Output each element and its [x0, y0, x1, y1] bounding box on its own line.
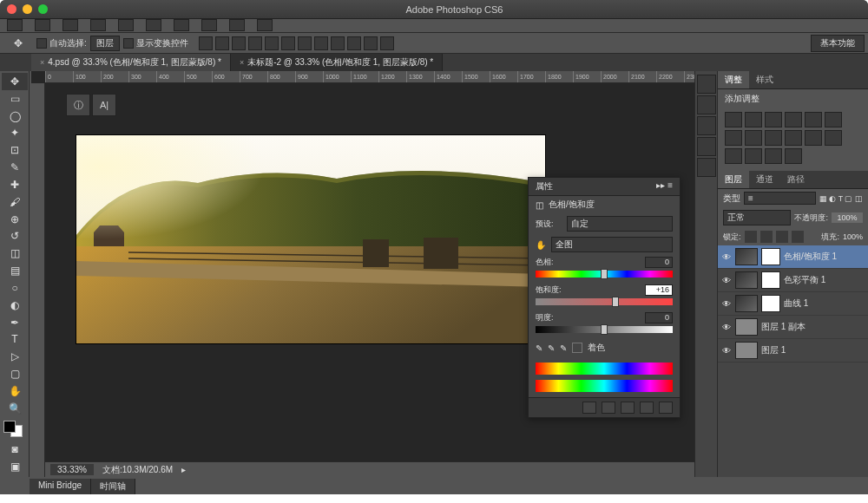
fill-value[interactable]: 100% [843, 232, 863, 241]
auto-select-checkbox[interactable]: 自动选择: [36, 37, 87, 49]
invert-icon[interactable] [825, 130, 842, 146]
lock-icon[interactable] [745, 231, 757, 243]
clip-icon[interactable] [582, 402, 596, 414]
paths-tab[interactable]: 路径 [780, 171, 812, 188]
align-icon[interactable] [265, 36, 279, 50]
type-tool[interactable]: T [2, 330, 28, 348]
quick-mask-tool[interactable]: ◙ [2, 441, 28, 458]
lightness-slider[interactable]: 明度:0 [529, 310, 680, 338]
balance-icon[interactable] [725, 130, 742, 146]
menu-item[interactable] [118, 19, 134, 31]
reset-icon[interactable] [621, 402, 635, 414]
show-transform-checkbox[interactable]: 显示变换控件 [123, 37, 188, 49]
status-arrow-icon[interactable]: ▸ [181, 465, 186, 474]
gradient-map-icon[interactable] [765, 148, 782, 164]
workspace-dropdown[interactable]: 基本功能 [811, 35, 865, 52]
close-window-button[interactable] [7, 4, 16, 14]
history-brush-tool[interactable]: ↺ [2, 227, 28, 245]
lock-icon[interactable] [792, 231, 804, 243]
preset-dropdown[interactable]: 自定 [567, 216, 673, 232]
menu-item[interactable] [174, 19, 189, 31]
kind-dropdown[interactable]: ≡ [744, 192, 816, 205]
stamp-tool[interactable]: ⊕ [2, 211, 28, 228]
lasso-tool[interactable]: ◯ [2, 108, 28, 125]
eyedropper-tool[interactable]: ✎ [2, 159, 28, 176]
menu-item[interactable] [146, 19, 161, 31]
document-tab[interactable]: × 未标题-2 @ 33.3% (色相/饱和度 1, 图层蒙版/8) * [231, 54, 443, 71]
colorize-checkbox[interactable] [572, 343, 582, 353]
blur-tool[interactable]: ○ [2, 279, 28, 297]
document-tab[interactable]: × 4.psd @ 33.3% (色相/饱和度 1, 图层蒙版/8) * [31, 54, 231, 71]
visibility-icon[interactable]: 👁 [721, 276, 732, 285]
dock-icon[interactable] [697, 95, 716, 114]
gradient-tool[interactable]: ▤ [2, 262, 28, 279]
heal-tool[interactable]: ✚ [2, 176, 28, 193]
lock-icon[interactable] [776, 231, 788, 243]
vibrance-icon[interactable] [805, 112, 822, 127]
color-swatch[interactable] [3, 421, 23, 438]
move-tool[interactable]: ✥ [2, 73, 28, 90]
panel-menu-icon[interactable]: ▸▸ ≡ [656, 180, 673, 193]
layers-tab[interactable]: 图层 [718, 171, 749, 188]
dock-icon[interactable] [697, 158, 716, 177]
align-icon[interactable] [314, 36, 328, 50]
align-icon[interactable] [380, 36, 394, 50]
lock-icon[interactable] [760, 231, 773, 243]
visibility-icon[interactable]: 👁 [721, 346, 732, 356]
shape-tool[interactable]: ▢ [2, 365, 28, 382]
align-icon[interactable] [199, 36, 213, 50]
bw-icon[interactable] [745, 130, 762, 146]
eyedropper-icon[interactable]: ✎ [536, 343, 542, 353]
adjustments-tab[interactable]: 调整 [718, 71, 749, 88]
zoom-tool[interactable]: 🔍 [2, 400, 28, 417]
align-icon[interactable] [248, 36, 262, 50]
layer-row[interactable]: 👁图层 1 [718, 339, 868, 363]
screen-mode-tool[interactable]: ▣ [2, 458, 28, 475]
layer-row[interactable]: 👁色彩平衡 1 [718, 269, 868, 292]
visibility-icon[interactable]: 👁 [721, 323, 732, 332]
levels-icon[interactable] [745, 112, 762, 127]
align-icon[interactable] [215, 36, 229, 50]
mixer-icon[interactable] [785, 130, 802, 146]
dock-icon[interactable] [697, 137, 716, 156]
visibility-icon[interactable] [640, 402, 654, 414]
eyedropper-plus-icon[interactable]: ✎ [548, 343, 555, 353]
menu-item[interactable] [90, 19, 106, 31]
curves-icon[interactable] [765, 112, 782, 127]
align-icon[interactable] [281, 36, 295, 50]
hand-tool[interactable]: ✋ [2, 382, 28, 400]
posterize-icon[interactable] [725, 148, 742, 164]
hue-icon[interactable] [825, 112, 842, 127]
eraser-tool[interactable]: ◫ [2, 245, 28, 262]
align-icon[interactable] [331, 36, 345, 50]
mini-bridge-tab[interactable]: Mini Bridge [30, 479, 91, 494]
menu-item[interactable] [62, 19, 78, 31]
opacity-value[interactable]: 100% [832, 212, 863, 223]
layer-row[interactable]: 👁图层 1 副本 [718, 316, 868, 339]
dock-icon[interactable] [697, 116, 716, 135]
layer-row[interactable]: 👁曲线 1 [718, 292, 868, 316]
close-tab-icon[interactable]: × [240, 58, 244, 67]
crop-tool[interactable]: ⊡ [2, 141, 28, 159]
hand-icon[interactable]: ✋ [536, 240, 546, 250]
pen-tool[interactable]: ✒ [2, 314, 28, 331]
marquee-tool[interactable]: ▭ [2, 90, 28, 108]
align-icon[interactable] [298, 36, 312, 50]
blend-mode-dropdown[interactable]: 正常 [723, 210, 791, 225]
align-icon[interactable] [364, 36, 378, 50]
hue-slider[interactable]: 色相:0 [529, 255, 680, 283]
properties-panel[interactable]: 属性 ▸▸ ≡ ◫ 色相/饱和度 预设: 自定 ✋ 全图 色相:0 饱和度:+1… [528, 177, 681, 418]
dock-icon[interactable] [697, 75, 716, 94]
brightness-icon[interactable] [725, 112, 742, 127]
menu-item[interactable] [229, 19, 245, 31]
range-dropdown[interactable]: 全图 [551, 237, 673, 252]
trash-icon[interactable] [659, 402, 673, 414]
photo-filter-icon[interactable] [765, 130, 782, 146]
prev-icon[interactable] [602, 402, 615, 414]
menu-item[interactable] [201, 19, 217, 31]
threshold-icon[interactable] [745, 148, 762, 164]
exposure-icon[interactable] [785, 112, 802, 127]
align-icon[interactable] [347, 36, 361, 50]
dodge-tool[interactable]: ◐ [2, 297, 28, 314]
layer-row[interactable]: 👁色相/饱和度 1 [718, 245, 868, 269]
